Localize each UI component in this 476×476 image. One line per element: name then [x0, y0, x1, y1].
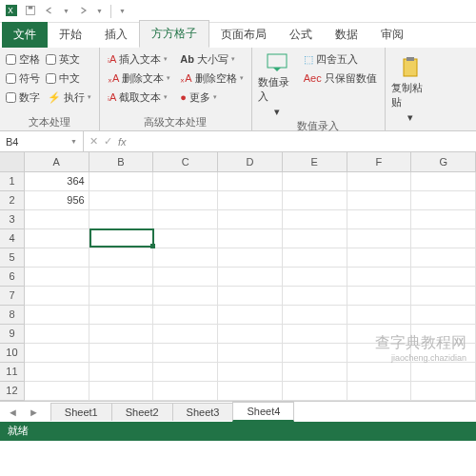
- group-num-input: 数值录入▾ ⬚四舍五入 Aec只保留数值 数值录入: [252, 48, 386, 130]
- group-adv-text: ᵢA插入文本▾ ₓA删除文本▾ ᵢA截取文本▾ Ab大小写▾ ₓA删除空格▾ ●…: [100, 48, 252, 130]
- btn-copy-paste[interactable]: 复制粘贴▾: [391, 50, 429, 129]
- name-box[interactable]: B4▼: [0, 131, 84, 151]
- group-label-text: 文本处理: [6, 114, 93, 129]
- tab-data[interactable]: 数据: [324, 22, 369, 48]
- qat-customize[interactable]: ▼: [119, 8, 126, 14]
- svg-rect-5: [404, 59, 417, 76]
- round-icon: ⬚: [304, 53, 313, 66]
- col-header[interactable]: F: [347, 152, 412, 171]
- tab-review[interactable]: 审阅: [369, 22, 415, 48]
- sheet-tab-2[interactable]: Sheet2: [111, 403, 173, 421]
- btn-delete-space[interactable]: ₓA删除空格▾: [178, 69, 245, 87]
- btn-cut-text[interactable]: ᵢA截取文本▾: [106, 89, 172, 106]
- tab-home[interactable]: 开始: [48, 22, 93, 48]
- svg-rect-3: [29, 6, 33, 9]
- btn-case-size[interactable]: Ab大小写▾: [178, 50, 245, 68]
- row-header[interactable]: 4: [0, 229, 25, 248]
- tab-fangfang[interactable]: 方方格子: [139, 20, 209, 48]
- fx-icon[interactable]: fx: [118, 136, 127, 148]
- col-header[interactable]: B: [89, 152, 154, 171]
- sheet-tabs: ◄ ► Sheet1 Sheet2 Sheet3 Sheet4: [0, 401, 476, 422]
- excel-icon: X: [6, 5, 17, 18]
- btn-delete-text[interactable]: ₓA删除文本▾: [106, 69, 172, 87]
- worksheet-grid[interactable]: A B C D E F G 1364 2956 3 4 5 6 7 8 9 10…: [0, 152, 476, 401]
- col-header[interactable]: C: [153, 152, 218, 171]
- col-header[interactable]: E: [283, 152, 347, 171]
- col-header[interactable]: G: [411, 152, 476, 171]
- row-header[interactable]: 5: [0, 248, 25, 268]
- row-header[interactable]: 10: [0, 344, 25, 363]
- chk-english[interactable]: 英文: [46, 50, 93, 68]
- status-bar: 就绪: [0, 422, 476, 441]
- select-all-corner[interactable]: [0, 152, 25, 171]
- svg-rect-4: [268, 54, 287, 68]
- ribbon-tabs: 文件 开始 插入 方方格子 页面布局 公式 数据 审阅: [0, 23, 476, 48]
- clipboard-icon: [399, 56, 422, 79]
- sheet-nav[interactable]: ◄ ►: [0, 407, 50, 418]
- cancel-icon[interactable]: ✕: [89, 135, 98, 148]
- formula-bar: B4▼ ✕ ✓ fx: [0, 131, 476, 152]
- chk-chinese[interactable]: 中文: [46, 69, 93, 87]
- sheet-tab-4[interactable]: Sheet4: [232, 402, 294, 422]
- tab-layout[interactable]: 页面布局: [209, 22, 278, 48]
- chk-symbol[interactable]: 符号: [6, 69, 40, 87]
- insert-text-icon: ᵢA: [108, 53, 116, 66]
- tab-file[interactable]: 文件: [2, 22, 48, 48]
- cell-A2[interactable]: 956: [25, 191, 89, 210]
- separator: [110, 5, 111, 18]
- chk-number[interactable]: 数字: [6, 89, 40, 106]
- row-header[interactable]: 2: [0, 191, 25, 210]
- row-header[interactable]: 12: [0, 382, 25, 401]
- ribbon: 空格 符号 数字 英文 中文 ⚡执行▾ 文本处理 ᵢA插入文本▾ ₓA删除文本▾…: [0, 48, 476, 131]
- row-header[interactable]: 1: [0, 172, 25, 191]
- delete-text-icon: ₓA: [108, 72, 119, 85]
- save-icon[interactable]: [25, 5, 36, 18]
- svg-text:X: X: [8, 7, 13, 15]
- case-icon: Ab: [180, 53, 194, 65]
- btn-round[interactable]: ⬚四舍五入: [302, 50, 379, 68]
- row-header[interactable]: 8: [0, 306, 25, 325]
- col-header[interactable]: A: [25, 152, 89, 171]
- row-header[interactable]: 3: [0, 210, 25, 229]
- group-label-adv: 高级文本处理: [106, 114, 246, 129]
- group-paste: 复制粘贴▾: [386, 48, 435, 130]
- btn-num-input[interactable]: 数值录入▾: [258, 50, 296, 118]
- redo-icon[interactable]: [77, 5, 89, 18]
- cell-A1[interactable]: 364: [25, 172, 89, 191]
- delete-space-icon: ₓA: [180, 72, 191, 85]
- column-headers: A B C D E F G: [0, 152, 476, 172]
- row-header[interactable]: 7: [0, 287, 25, 306]
- row-header[interactable]: 6: [0, 268, 25, 287]
- sheet-tab-1[interactable]: Sheet1: [50, 403, 112, 421]
- row-header[interactable]: 9: [0, 325, 25, 344]
- btn-execute[interactable]: ⚡执行▾: [46, 89, 93, 106]
- chevron-down-icon[interactable]: ▼: [70, 138, 77, 145]
- chk-space[interactable]: 空格: [6, 50, 40, 68]
- enter-icon[interactable]: ✓: [104, 135, 112, 148]
- redo-dropdown[interactable]: ▼: [96, 8, 103, 14]
- btn-keep-num[interactable]: Aec只保留数值: [302, 69, 379, 87]
- group-label-num: 数值录入: [258, 118, 379, 133]
- row-header[interactable]: 11: [0, 363, 25, 382]
- group-label-paste: [391, 129, 429, 129]
- sheet-tab-3[interactable]: Sheet3: [172, 403, 234, 421]
- btn-more[interactable]: ●更多▾: [178, 89, 245, 106]
- keep-num-icon: Aec: [304, 72, 322, 84]
- group-text-process: 空格 符号 数字 英文 中文 ⚡执行▾ 文本处理: [0, 48, 100, 130]
- col-header[interactable]: D: [218, 152, 283, 171]
- lightning-icon: ⚡: [48, 91, 61, 104]
- tab-insert[interactable]: 插入: [93, 22, 139, 48]
- num-input-icon: [266, 50, 288, 73]
- undo-icon[interactable]: [44, 5, 55, 18]
- btn-insert-text[interactable]: ᵢA插入文本▾: [106, 50, 172, 68]
- quick-access-toolbar: X ▼ ▼ ▼: [0, 0, 476, 23]
- cut-text-icon: ᵢA: [108, 91, 116, 104]
- more-icon: ●: [180, 91, 187, 103]
- svg-rect-6: [407, 57, 414, 61]
- undo-dropdown[interactable]: ▼: [63, 8, 69, 14]
- tab-formula[interactable]: 公式: [278, 22, 324, 48]
